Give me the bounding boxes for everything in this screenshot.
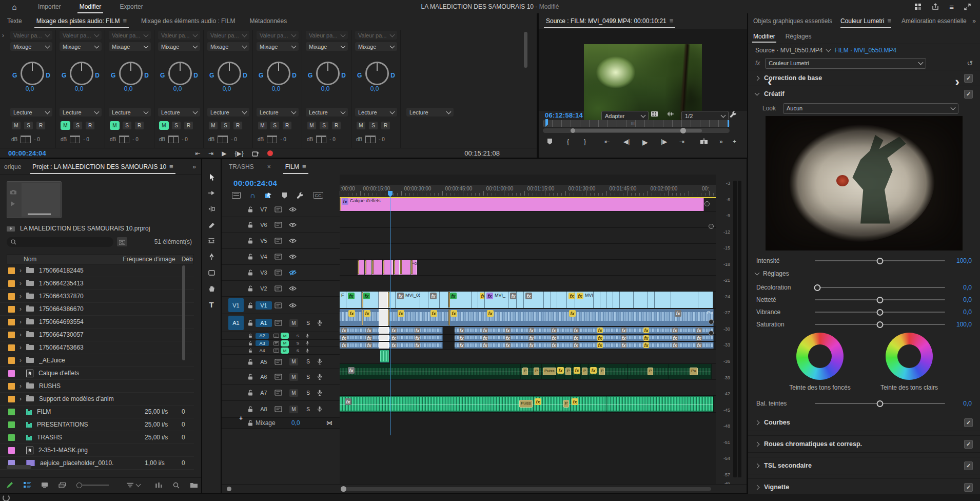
record-icon[interactable]: [267, 150, 273, 156]
record-arm-button[interactable]: R: [85, 121, 95, 130]
track-header-V6[interactable]: V6: [222, 217, 340, 233]
pan-value[interactable]: 0,0: [353, 85, 396, 92]
mute-button[interactable]: M: [356, 121, 366, 130]
play-icon[interactable]: ▶: [642, 138, 648, 146]
audio-clip[interactable]: fx: [346, 309, 362, 326]
track-enable-icon[interactable]: [275, 359, 282, 365]
track-header-A7[interactable]: A7MS: [222, 385, 340, 401]
audio-clip[interactable]: [379, 327, 389, 334]
selection-tool[interactable]: [202, 169, 221, 185]
slider-value[interactable]: 100,0: [949, 257, 972, 264]
pan-value[interactable]: 0,0: [304, 85, 347, 92]
item-name[interactable]: RUSHS: [39, 382, 61, 390]
audio-clip[interactable]: fx: [362, 309, 379, 326]
project-item-row[interactable]: FILM25,00 i/s0: [0, 406, 194, 418]
voiceover-mic-icon[interactable]: [306, 348, 309, 353]
lock-icon[interactable]: [248, 406, 253, 412]
record-arm-button[interactable]: R: [381, 121, 390, 130]
mute-button[interactable]: M: [281, 340, 289, 346]
target-clip-label[interactable]: FILM · MVI_0550.MP4: [834, 47, 896, 54]
settings-icon[interactable]: [651, 111, 658, 117]
preset-select[interactable]: Valeur pa...: [257, 31, 299, 40]
fit-icon[interactable]: ⋈: [326, 419, 332, 427]
pan-value[interactable]: 0,0: [156, 85, 199, 92]
lock-icon[interactable]: [248, 359, 253, 365]
fx-badge[interactable]: fx: [557, 367, 564, 374]
search-bin-icon[interactable]: [117, 237, 127, 246]
audio-clip[interactable]: [379, 342, 389, 349]
track-header-V5[interactable]: V5: [222, 233, 340, 249]
mixer-scrollbar[interactable]: [524, 32, 527, 68]
trim-handle[interactable]: [340, 198, 341, 210]
video-clip[interactable]: F: [340, 292, 346, 308]
rectangle-tool[interactable]: [202, 265, 221, 280]
video-clip[interactable]: [394, 260, 400, 275]
mixer-expand-icon[interactable]: ›: [2, 32, 4, 39]
video-clip[interactable]: fx: [508, 292, 517, 308]
gain-badge[interactable]: P: [648, 368, 653, 375]
solo-button[interactable]: S: [304, 373, 312, 381]
label-color-chip[interactable]: [8, 396, 15, 402]
video-clip[interactable]: [551, 292, 557, 308]
video-clip[interactable]: [383, 260, 393, 275]
mini-timeline-grip[interactable]: III: [631, 121, 635, 126]
reset-icon[interactable]: ↺: [967, 59, 973, 67]
automation-select[interactable]: Lecture: [158, 108, 200, 117]
solo-button[interactable]: S: [270, 121, 280, 130]
mute-button[interactable]: M: [159, 121, 169, 130]
slider-handle[interactable]: [877, 297, 884, 303]
track-enable-icon[interactable]: [275, 222, 282, 228]
sequence-tab-trashs[interactable]: TRASHS×: [222, 159, 278, 175]
scroll-handle-icon[interactable]: [227, 487, 231, 491]
voiceover-mic-icon[interactable]: [317, 358, 322, 365]
label-color-chip[interactable]: [8, 280, 15, 287]
track-lane-A4[interactable]: fxfxfxfxfxfxfxfxfxfxfxfxfxfxfx: [340, 342, 716, 350]
label-color-chip[interactable]: [8, 357, 15, 364]
track-header-A1[interactable]: A1A1MS: [222, 314, 340, 332]
label-color-chip[interactable]: [8, 421, 15, 428]
voiceover-mic-icon[interactable]: [317, 406, 322, 413]
eye-icon[interactable]: [289, 254, 297, 259]
audio-clip[interactable]: [340, 309, 347, 326]
solo-button[interactable]: S: [24, 121, 33, 130]
audio-clip[interactable]: fxPuissfxPfx: [340, 396, 714, 412]
icon-view-icon[interactable]: [41, 482, 48, 488]
video-clip[interactable]: [372, 260, 382, 275]
slider-track[interactable]: [815, 403, 945, 404]
track-enable-icon[interactable]: [275, 390, 282, 396]
item-name[interactable]: FILM: [37, 408, 51, 415]
menu-icon[interactable]: ≡: [949, 3, 954, 11]
add-track-icon[interactable]: +: [239, 415, 243, 422]
track-lane-V2[interactable]: [340, 276, 716, 292]
preset-select[interactable]: Valeur pa...: [109, 31, 151, 40]
lock-icon[interactable]: [248, 390, 253, 396]
fx-badge[interactable]: fx: [535, 398, 541, 405]
mix-assign-select[interactable]: Mixage: [257, 42, 299, 51]
audio-clip[interactable]: [594, 309, 619, 326]
track-header-A6[interactable]: A6MS: [222, 369, 340, 385]
project-item-row[interactable]: ›RUSHS: [0, 380, 194, 393]
freeform-view-icon[interactable]: [58, 482, 66, 488]
track-header-V7[interactable]: V7: [222, 202, 340, 217]
track-name-A2[interactable]: A2: [256, 333, 269, 339]
track-lane-A8[interactable]: fxPuissfxPfx: [340, 396, 716, 413]
lock-icon[interactable]: [248, 222, 253, 228]
video-clip[interactable]: fxMVI_: [485, 292, 508, 308]
pan-knob[interactable]: [21, 62, 44, 85]
expand-chevron-icon[interactable]: ›: [15, 318, 26, 325]
track-header-V4[interactable]: V4: [222, 249, 340, 265]
section-header[interactable]: Créatif✓: [748, 86, 980, 102]
audio-clip[interactable]: fx: [448, 309, 472, 326]
trim-handle[interactable]: [394, 260, 395, 274]
voiceover-mic-icon[interactable]: [306, 333, 309, 338]
section-header[interactable]: Vignette✓: [748, 478, 980, 494]
pan-value[interactable]: 0,0: [107, 85, 150, 92]
video-clip[interactable]: [620, 292, 634, 308]
track-lane-A7[interactable]: [340, 380, 716, 396]
pan-knob[interactable]: [316, 62, 340, 85]
preset-select[interactable]: Valeur pa...: [207, 31, 249, 40]
record-arm-button[interactable]: R: [331, 121, 341, 130]
video-clip[interactable]: [440, 292, 448, 308]
track-name-A1[interactable]: A1: [256, 319, 272, 327]
project-breadcrumb[interactable]: LA MALEDICTION DES SAMOURAIS 10.prproj: [7, 225, 150, 232]
